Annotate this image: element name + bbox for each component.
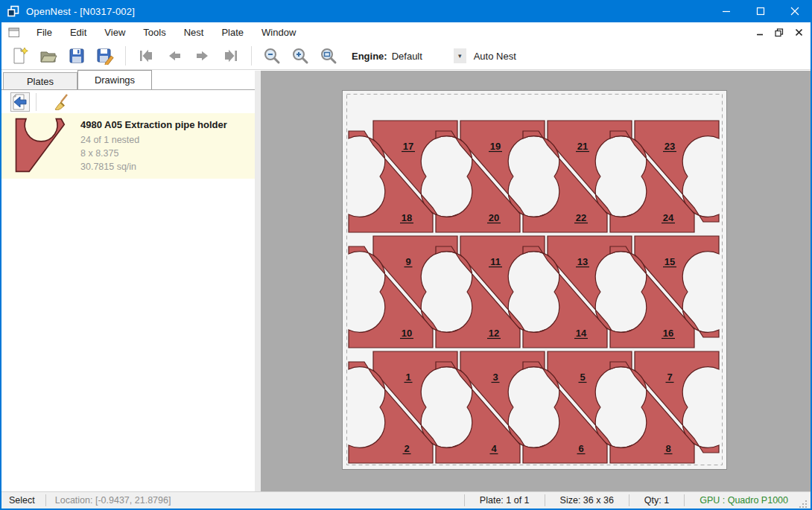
zoom-fit-button[interactable] bbox=[317, 45, 340, 67]
engine-combobox[interactable]: Default ▾ bbox=[392, 48, 466, 63]
menu-window[interactable]: Window bbox=[253, 23, 305, 42]
mdi-restore-button[interactable] bbox=[773, 27, 785, 39]
menu-tools[interactable]: Tools bbox=[134, 23, 174, 42]
mdi-close-icon bbox=[795, 28, 803, 36]
statusbar: Select Location: [-0.9437, 21.8796] Plat… bbox=[1, 491, 811, 509]
close-icon bbox=[790, 7, 799, 16]
drawing-nested-count: 24 of 1 nested bbox=[80, 133, 227, 147]
titlebar[interactable]: OpenNest - [N0317-002] bbox=[0, 0, 812, 22]
status-mode: Select bbox=[9, 495, 35, 506]
maximize-button[interactable] bbox=[743, 0, 778, 22]
menubar: File Edit View Tools Nest Plate Window bbox=[1, 22, 811, 42]
menu-file[interactable]: File bbox=[28, 23, 61, 42]
engine-label: Engine: bbox=[352, 51, 387, 62]
first-plate-button[interactable] bbox=[135, 45, 157, 67]
toolbar-separator bbox=[36, 93, 37, 111]
drawing-size: 8 x 8.375 bbox=[80, 147, 227, 160]
maximize-icon bbox=[756, 7, 765, 16]
part-number: 2 bbox=[404, 443, 409, 454]
status-qty: Qty: 1 bbox=[629, 495, 684, 506]
panel-divider[interactable] bbox=[255, 71, 261, 491]
open-button[interactable] bbox=[37, 45, 60, 67]
nest-canvas[interactable]: 171819202122232491011121314151612345678 bbox=[261, 71, 811, 491]
save-as-icon bbox=[96, 47, 114, 65]
import-drawing-button[interactable] bbox=[10, 92, 30, 112]
menu-edit[interactable]: Edit bbox=[61, 23, 95, 42]
zoom-fit-icon bbox=[320, 47, 337, 65]
part-number: 17 bbox=[403, 141, 413, 152]
app-window: OpenNest - [N0317-002] File Edit View To… bbox=[0, 0, 812, 510]
tab-drawings[interactable]: Drawings bbox=[77, 70, 152, 89]
tab-plates-label: Plates bbox=[27, 76, 54, 87]
menu-view[interactable]: View bbox=[95, 23, 134, 42]
part-thumbnail bbox=[13, 118, 70, 173]
status-plate: Plate: 1 of 1 bbox=[465, 495, 545, 506]
menu-nest[interactable]: Nest bbox=[175, 23, 213, 42]
part-number: 14 bbox=[576, 328, 587, 339]
arrow-left-icon bbox=[165, 47, 183, 65]
open-folder-icon bbox=[39, 47, 57, 65]
document-window-icon[interactable] bbox=[8, 27, 20, 39]
zoom-in-button[interactable] bbox=[289, 45, 311, 67]
drawings-panel: Plates Drawings bbox=[1, 71, 255, 491]
arrow-right-icon bbox=[194, 47, 212, 65]
go-first-icon bbox=[137, 47, 155, 65]
broom-icon bbox=[53, 94, 69, 110]
toolbar-separator bbox=[251, 46, 252, 66]
previous-plate-button[interactable] bbox=[163, 45, 185, 67]
minimize-button[interactable] bbox=[709, 0, 743, 22]
import-drawing-icon bbox=[12, 94, 28, 110]
close-button[interactable] bbox=[778, 0, 812, 22]
part-number: 6 bbox=[578, 443, 583, 454]
zoom-in-icon bbox=[291, 47, 309, 65]
drawing-area: 30.7815 sq/in bbox=[80, 160, 227, 173]
mdi-close-button[interactable] bbox=[793, 27, 805, 39]
save-button[interactable] bbox=[66, 45, 88, 67]
new-document-icon bbox=[11, 47, 29, 65]
window-border-left bbox=[0, 0, 1, 510]
clear-drawings-button[interactable] bbox=[51, 92, 71, 112]
window-title: OpenNest - [N0317-002] bbox=[26, 6, 135, 17]
part-number: 9 bbox=[405, 256, 410, 267]
tab-plates[interactable]: Plates bbox=[3, 72, 77, 89]
app-icon bbox=[7, 4, 20, 18]
new-button[interactable] bbox=[9, 45, 31, 67]
tab-drawings-label: Drawings bbox=[95, 74, 135, 86]
mdi-minimize-button[interactable] bbox=[754, 27, 766, 39]
part-number: 20 bbox=[489, 212, 499, 223]
zoom-out-button[interactable] bbox=[261, 45, 283, 67]
part-number: 13 bbox=[577, 256, 588, 267]
save-as-button[interactable] bbox=[94, 45, 116, 67]
part-number: 12 bbox=[489, 328, 499, 339]
mdi-restore-icon bbox=[775, 28, 784, 37]
go-last-icon bbox=[222, 47, 240, 65]
part-number: 3 bbox=[492, 372, 498, 383]
zoom-out-icon bbox=[263, 47, 281, 65]
drawing-list-item[interactable]: 4980 A05 Extraction pipe holder 24 of 1 … bbox=[1, 113, 255, 179]
part-number: 10 bbox=[402, 328, 412, 339]
part-number: 22 bbox=[576, 212, 586, 223]
next-plate-button[interactable] bbox=[191, 45, 214, 67]
engine-value: Default bbox=[392, 51, 454, 62]
panel-tabstrip: Plates Drawings bbox=[1, 71, 255, 90]
part-number: 16 bbox=[663, 328, 673, 339]
part-number: 15 bbox=[664, 256, 675, 267]
auto-nest-label[interactable]: Auto Nest bbox=[474, 51, 516, 62]
resize-grip[interactable] bbox=[799, 500, 808, 509]
part-number: 11 bbox=[490, 256, 501, 267]
last-plate-button[interactable] bbox=[220, 45, 242, 67]
chevron-down-icon[interactable]: ▾ bbox=[454, 48, 466, 63]
drawing-title: 4980 A05 Extraction pipe holder bbox=[80, 119, 227, 130]
part-number: 19 bbox=[490, 141, 501, 152]
nest-view[interactable]: 171819202122232491011121314151612345678 bbox=[261, 71, 811, 491]
status-size: Size: 36 x 36 bbox=[545, 495, 629, 506]
part-number: 18 bbox=[402, 212, 412, 223]
part-number: 8 bbox=[665, 443, 670, 454]
part-number: 21 bbox=[577, 141, 588, 152]
menu-plate[interactable]: Plate bbox=[212, 23, 253, 42]
main-toolbar: Engine: Default ▾ Auto Nest bbox=[1, 42, 811, 70]
minimize-icon bbox=[722, 7, 731, 16]
part-number: 5 bbox=[580, 372, 585, 383]
part-number: 4 bbox=[491, 443, 497, 454]
part-number: 7 bbox=[667, 372, 672, 383]
